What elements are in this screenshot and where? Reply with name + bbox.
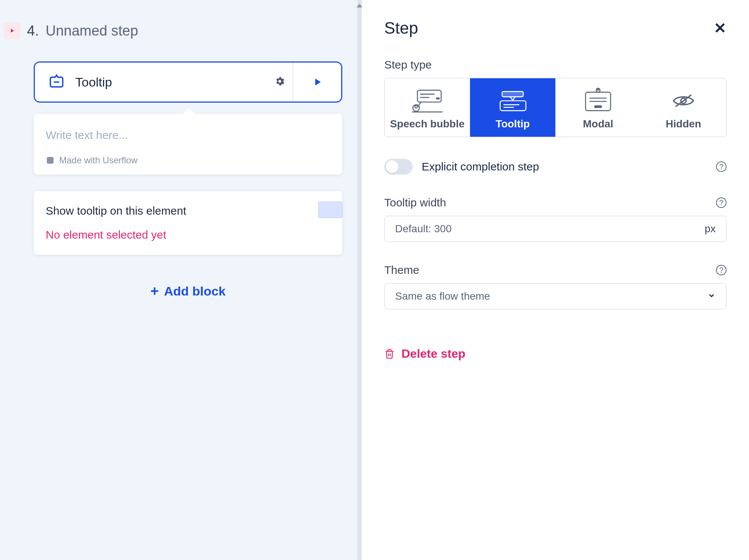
theme-select[interactable]: Same as flow theme (384, 283, 727, 309)
left-panel: 4. Unnamed step Tooltip Write text here.… (0, 0, 357, 560)
theme-value: Same as flow theme (395, 290, 490, 302)
chevron-down-icon (707, 291, 716, 301)
step-type-hidden-label: Hidden (666, 118, 701, 130)
tooltip-preview[interactable]: Write text here... Made with Userflow (34, 114, 342, 175)
svg-rect-10 (500, 101, 526, 111)
panel-title: Step (384, 19, 418, 37)
plus-icon: + (151, 283, 159, 299)
userflow-icon (46, 156, 55, 165)
tooltip-width-input-wrapper: px (384, 216, 727, 242)
tooltip-label: Tooltip (75, 75, 112, 90)
theme-label: Theme (384, 264, 419, 276)
close-button[interactable]: ✕ (714, 19, 727, 37)
step-type-tooltip-label: Tooltip (495, 118, 530, 130)
modal-icon (582, 87, 615, 114)
preview-footer: Made with Userflow (46, 155, 330, 166)
tooltip-type-icon (496, 87, 529, 114)
step-arrow-icon (4, 22, 20, 39)
completion-toggle[interactable] (384, 159, 413, 175)
element-placeholder-icon (318, 202, 342, 218)
step-type-selector: Speech bubble Tooltip Modal (384, 78, 727, 137)
tooltip-block[interactable]: Tooltip (34, 61, 342, 103)
delete-step-button[interactable]: Delete step (384, 347, 727, 361)
play-button[interactable] (293, 63, 341, 102)
trash-icon (384, 349, 395, 359)
tooltip-width-unit: px (704, 223, 716, 235)
gear-icon (274, 76, 285, 87)
step-header: 4. Unnamed step (4, 22, 342, 39)
step-number: 4. (27, 23, 39, 39)
element-warning: No element selected yet (46, 228, 330, 241)
step-type-tooltip[interactable]: Tooltip (470, 78, 555, 137)
delete-step-label: Delete step (401, 347, 466, 361)
panel-divider[interactable] (357, 0, 362, 560)
settings-button[interactable] (267, 68, 293, 96)
play-icon (311, 76, 323, 88)
step-type-modal-label: Modal (583, 118, 613, 130)
step-type-speech-label: Speech bubble (390, 118, 464, 130)
width-help-icon[interactable]: ? (716, 197, 727, 208)
svg-rect-1 (47, 157, 54, 164)
add-block-button[interactable]: + Add block (34, 276, 342, 307)
preview-placeholder: Write text here... (46, 129, 330, 142)
hidden-icon (667, 87, 700, 114)
speech-bubble-icon (411, 87, 444, 114)
element-block[interactable]: Show tooltip on this element No element … (34, 191, 342, 255)
right-panel: Step ✕ Step type Speech bubble (362, 0, 749, 560)
step-title: Unnamed step (46, 23, 138, 39)
svg-point-15 (597, 89, 599, 90)
completion-help-icon[interactable]: ? (716, 161, 727, 172)
step-type-speech-bubble[interactable]: Speech bubble (385, 78, 470, 137)
step-type-label: Step type (384, 58, 727, 71)
tooltip-width-input[interactable] (395, 223, 704, 235)
svg-rect-18 (594, 105, 602, 108)
tooltip-width-label: Tooltip width (384, 196, 446, 209)
element-label: Show tooltip on this element (46, 205, 330, 217)
svg-rect-2 (418, 90, 441, 102)
svg-rect-9 (502, 91, 523, 97)
svg-point-7 (415, 105, 418, 108)
completion-label: Explicit completion step (422, 160, 539, 173)
tooltip-icon (48, 74, 65, 90)
step-type-hidden[interactable]: Hidden (641, 78, 726, 137)
theme-help-icon[interactable]: ? (716, 265, 727, 275)
add-block-label: Add block (164, 284, 225, 299)
close-icon: ✕ (714, 20, 727, 36)
svg-rect-5 (436, 97, 440, 99)
made-with-label: Made with Userflow (59, 155, 137, 166)
step-type-modal[interactable]: Modal (555, 78, 641, 137)
